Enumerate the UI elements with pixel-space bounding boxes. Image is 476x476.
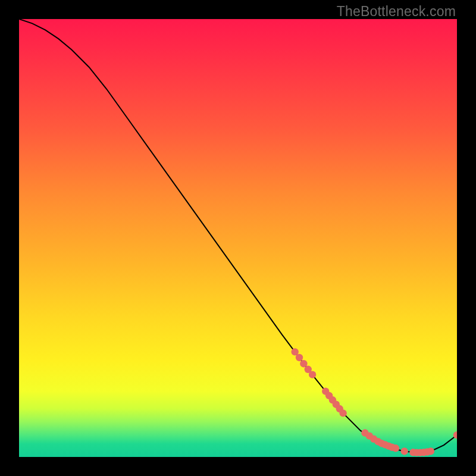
watermark-text: TheBottleneck.com: [337, 4, 456, 20]
chart-stage: TheBottleneck.com: [0, 0, 476, 476]
marker-dot: [400, 447, 408, 455]
marker-dot: [339, 409, 346, 416]
marker-dot: [392, 444, 399, 452]
marker-dot: [296, 354, 303, 361]
plot-area: [19, 19, 457, 457]
main-curve: [19, 19, 457, 453]
marker-dot: [427, 447, 434, 455]
curve-layer: [19, 19, 457, 457]
marker-dots: [291, 348, 457, 456]
marker-dot: [309, 371, 316, 378]
